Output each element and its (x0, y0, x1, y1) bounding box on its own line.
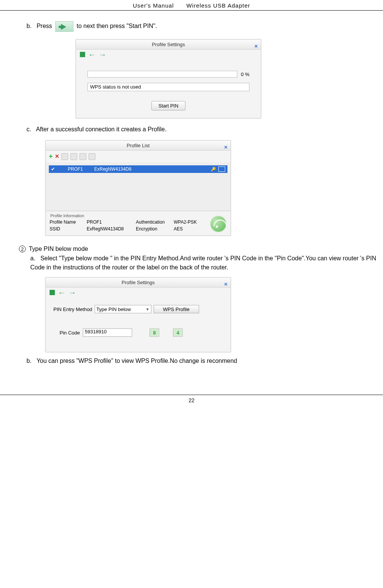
step-b: b. Press to next then press "Start PIN". (4, 21, 379, 32)
delete-icon[interactable]: × (55, 152, 59, 160)
value-enc: AES (174, 226, 204, 232)
sub-a-text: Select "Type below mode " in the PIN Ent… (30, 255, 376, 271)
edit-icon[interactable] (61, 153, 68, 160)
profile-list-window: Profile List × + × ✔ PROF1 ExRegNW4134D8 (45, 140, 231, 236)
chevron-down-icon: ▼ (146, 307, 149, 311)
add-icon[interactable]: + (49, 152, 53, 160)
titlebar: Profile Settings × (76, 40, 261, 50)
page-header: User's Manual Wireless USB Adapter (0, 0, 383, 11)
list-toolbar: + × (46, 151, 230, 162)
section-2: 2 Type PIN below mode (4, 246, 379, 252)
back-arrow-icon[interactable]: ← (88, 52, 96, 57)
start-pin-button[interactable]: Start PIN (151, 101, 186, 110)
row-ssid: ExRegNW4134D8 (94, 166, 131, 172)
key-icon (211, 166, 216, 172)
signal-icon (218, 166, 225, 172)
window-title: Profile Settings (152, 42, 185, 47)
forward-arrow-icon[interactable]: → (99, 52, 106, 57)
step-b-label: b. (26, 23, 31, 29)
value-profile-name: PROF1 (87, 219, 132, 225)
header-right: Wireless USB Adapter (187, 2, 250, 9)
row-profile-name: PROF1 (68, 166, 83, 172)
pin-code-input[interactable]: 59318910 (83, 328, 132, 337)
nav-toolbar: ← → (46, 288, 230, 297)
pin-entry-method-value: Type PIN below (97, 306, 131, 312)
forward-arrow-icon[interactable]: → (69, 290, 76, 295)
pin-entry-method-label: PIN Entry Method (53, 306, 92, 312)
step-b-text-after: to next then press "Start PIN". (77, 23, 157, 29)
pin-entry-method-select[interactable]: Type PIN below ▼ (95, 305, 151, 313)
refresh-icon[interactable] (89, 153, 95, 160)
profile-list-row[interactable]: ✔ PROF1 ExRegNW4134D8 (49, 165, 227, 173)
profile-list: ✔ PROF1 ExRegNW4134D8 (46, 162, 230, 211)
connection-status-icon (210, 216, 227, 232)
value-auth: WPA2-PSK (174, 219, 204, 225)
back-arrow-icon[interactable]: ← (58, 290, 65, 295)
pin-code-label: Pin Code (53, 330, 80, 336)
close-icon[interactable]: × (254, 41, 258, 51)
step-b2-text: You can press "WPS Profile" to view WPS … (36, 358, 237, 364)
titlebar: Profile Settings × (46, 278, 230, 288)
pin-length-4-button[interactable]: 4 (173, 328, 183, 337)
profile-settings-window-2: Profile Settings × ← → PIN Entry Method … (45, 277, 231, 352)
pin-length-8-button[interactable]: 8 (149, 328, 159, 337)
value-ssid: ExRegNW4134D8 (87, 226, 132, 232)
next-arrow-icon (55, 21, 73, 32)
wps-status-field: WPS status is not used (87, 83, 249, 91)
section-2-heading: Type PIN below mode (29, 246, 88, 252)
profile-information: Profile Information Profile Name PROF1 A… (46, 211, 230, 235)
nav-toolbar: ← → (76, 50, 261, 59)
check-icon: ✔ (51, 166, 55, 172)
section-2-a: a. Select "Type below mode " in the PIN … (4, 254, 379, 272)
close-icon[interactable]: × (224, 279, 227, 289)
header-left: User's Manual (133, 2, 174, 9)
profile-info-legend: Profile Information (50, 213, 227, 219)
profile-settings-window: Profile Settings × ← → 0 % WPS status is… (76, 39, 261, 118)
wps-profile-button[interactable]: WPS Profile (154, 305, 199, 313)
list-empty-area (49, 173, 227, 208)
stop-icon[interactable] (80, 52, 85, 57)
import-icon[interactable] (70, 153, 77, 160)
window-title: Profile Settings (121, 280, 154, 285)
circled-number: 2 (19, 246, 26, 252)
label-ssid: SSID (50, 226, 83, 232)
label-enc: Encryption (136, 226, 170, 232)
step-b-text-before: Press (37, 23, 52, 29)
step-b2: b. You can press "WPS Profile" to view W… (4, 358, 379, 364)
export-icon[interactable] (79, 153, 86, 160)
progress-label: 0 % (241, 72, 249, 77)
close-icon[interactable]: × (224, 142, 227, 152)
progress-bar (87, 71, 237, 78)
step-b2-label: b. (26, 358, 31, 364)
window-title: Profile List (127, 143, 150, 148)
step-c-text: After a successful connection it creates… (36, 126, 167, 132)
page-number: 22 (0, 395, 383, 403)
step-c-label: c. (26, 126, 31, 132)
sub-a-label: a. (30, 255, 35, 261)
titlebar: Profile List × (46, 141, 230, 151)
stop-icon[interactable] (50, 290, 55, 295)
label-auth: Authentication (136, 219, 170, 225)
label-profile-name: Profile Name (50, 219, 83, 225)
step-c: c. After a successful connection it crea… (4, 126, 379, 133)
